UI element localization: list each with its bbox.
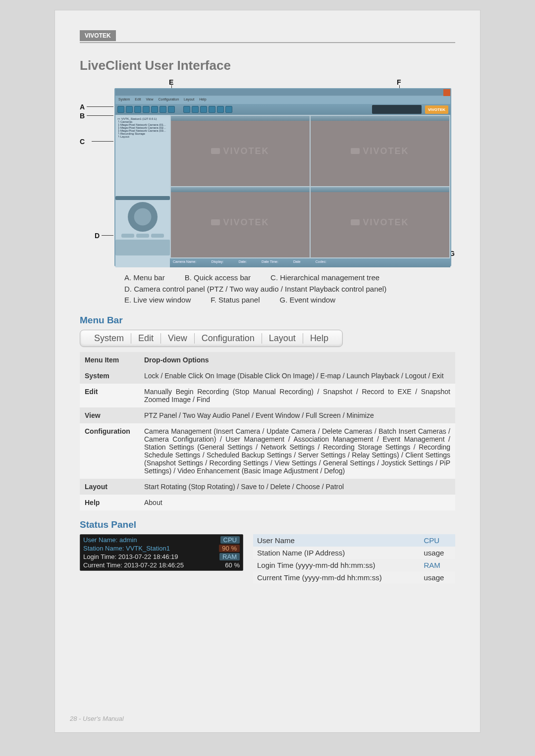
tree-item[interactable]: ▭ VVTK_Station1 (127.0.0.1)	[117, 117, 168, 120]
status-legend-row: Login Time (yyyy-mm-dd hh:mm:ss)RAM	[253, 559, 455, 571]
camera-icon	[211, 148, 220, 154]
status-legend: User NameCPU Station Name (IP Address)us…	[253, 534, 455, 584]
status-row-current: Current Time: 2013-07-22 18:46:25 60 %	[81, 561, 242, 569]
ptz-button[interactable]	[136, 234, 149, 238]
menubar: System Edit View Configuration Layout He…	[115, 96, 450, 104]
legend-b: B. Quick access bar	[185, 272, 251, 284]
video-tile[interactable]: VIVOTEK	[311, 116, 449, 186]
tree-item[interactable]: └ Layout	[117, 135, 168, 138]
footbar-item: Date Time:	[262, 260, 278, 266]
status-box: User Name: admin CPU Station Name: VVTK_…	[80, 534, 243, 571]
video-tile[interactable]: VIVOTEK	[311, 187, 449, 257]
toolbar-icon[interactable]	[117, 106, 124, 113]
legend-left: Station Name (IP Address)	[253, 547, 420, 559]
menu-view[interactable]: View	[146, 98, 153, 102]
toolbar-icon[interactable]	[225, 106, 232, 113]
strip-view[interactable]: View	[161, 333, 195, 344]
strip-configuration[interactable]: Configuration	[195, 333, 262, 344]
legend-f: F. Status panel	[211, 295, 260, 306]
cell-key: Edit	[80, 384, 139, 407]
brand-label: VIVOTEK	[80, 30, 116, 41]
toolbar-icon[interactable]	[126, 106, 133, 113]
table-row: LayoutStart Rotating (Stop Rotating) / S…	[80, 479, 455, 495]
menu-layout[interactable]: Layout	[184, 98, 194, 102]
legend-g: G. Event window	[279, 295, 335, 306]
document-page: VIVOTEK LiveClient User Interface A B C …	[54, 10, 481, 733]
diagram-label-b: B	[80, 112, 85, 120]
ptz-wheel-icon[interactable]	[128, 202, 158, 232]
titlebar	[115, 89, 450, 96]
cell-key: Layout	[80, 479, 139, 495]
cell-value: About	[139, 495, 455, 510]
toolbar-icon[interactable]	[200, 106, 207, 113]
status-legend-row: User NameCPU	[253, 534, 455, 547]
camera-icon	[351, 219, 360, 225]
strip-layout[interactable]: Layout	[262, 333, 303, 344]
footbar-item: Date:	[238, 260, 247, 266]
app-screenshot: System Edit View Configuration Layout He…	[114, 88, 451, 266]
status-current-time: Current Time: 2013-07-22 18:46:25	[83, 561, 184, 569]
status-row-login: Login Time: 2013-07-22 18:46:19 RAM	[81, 553, 242, 561]
toolbar-icon[interactable]	[217, 106, 224, 113]
legend-right: usage	[420, 547, 456, 559]
video-tile[interactable]: VIVOTEK	[171, 116, 310, 186]
legend-a: A. Menu bar	[124, 272, 165, 284]
event-window: Camera Name: Display: Date: Date Time: D…	[170, 258, 450, 267]
menubar-strip: System Edit View Configuration Layout He…	[80, 330, 343, 347]
management-tree[interactable]: ▭ VVTK_Station1 (127.0.0.1) └ Cameras ├ …	[115, 115, 170, 194]
toolbar-icon[interactable]	[143, 106, 150, 113]
toolbar-icon[interactable]	[183, 106, 190, 113]
diagram-label-d: D	[95, 232, 100, 240]
table-row: ConfigurationCamera Management (Insert C…	[80, 423, 455, 479]
table-row: EditManually Begin Recording (Stop Manua…	[80, 384, 455, 407]
table-row: HelpAbout	[80, 495, 455, 510]
menu-system[interactable]: System	[118, 98, 130, 102]
menu-help[interactable]: Help	[199, 98, 206, 102]
status-station: Station Name: VVTK_Station1	[83, 545, 170, 552]
legend-e: E. Live view window	[124, 295, 191, 306]
watermark: VIVOTEK	[211, 146, 269, 156]
strip-system[interactable]: System	[87, 333, 131, 344]
ui-diagram: A B C D E F G System Edit View Configura…	[80, 78, 456, 266]
footbar-item: Display:	[211, 260, 223, 266]
strip-help[interactable]: Help	[303, 333, 335, 344]
status-cpu-value: 90 %	[219, 545, 240, 552]
toolbar-icon[interactable]	[160, 106, 166, 113]
toolbar-icon[interactable]	[192, 106, 199, 113]
status-cpu-label: CPU	[220, 536, 240, 544]
status-username: User Name: admin	[83, 536, 137, 544]
cell-key: System	[80, 368, 139, 384]
cell-key: Configuration	[80, 423, 139, 479]
status-panel-section: User Name: admin CPU Station Name: VVTK_…	[80, 534, 455, 584]
ptz-footer	[115, 240, 170, 255]
footbar-item: Codec:	[316, 260, 326, 266]
diagram-label-a: A	[80, 103, 85, 111]
legend-right: CPU	[420, 534, 456, 547]
menu-edit[interactable]: Edit	[135, 98, 141, 102]
status-row-station: Station Name: VVTK_Station1 90 %	[81, 544, 242, 553]
camera-icon	[351, 148, 360, 154]
legend-left: User Name	[253, 534, 420, 547]
legend-left: Login Time (yyyy-mm-dd hh:mm:ss)	[253, 559, 420, 571]
ptz-button[interactable]	[151, 234, 164, 238]
cell-value: Camera Management (Insert Camera / Updat…	[139, 423, 455, 479]
toolbar-icon[interactable]	[209, 106, 215, 113]
page-footer: 28 - User's Manual	[70, 715, 124, 722]
status-login-time: Login Time: 2013-07-22 18:46:19	[83, 553, 178, 560]
toolbar-icon[interactable]	[151, 106, 158, 113]
toolbar-icon[interactable]	[168, 106, 175, 113]
cell-key: View	[80, 407, 139, 423]
ptz-button[interactable]	[121, 234, 134, 238]
watermark: VIVOTEK	[211, 217, 269, 228]
toolbar-icon[interactable]	[134, 106, 141, 113]
table-row: SystemLock / Enable Click On Image (Disa…	[80, 368, 455, 384]
quick-access-bar: VIVOTEK	[115, 104, 450, 115]
close-icon[interactable]	[443, 89, 450, 96]
ptz-panel	[115, 194, 170, 267]
status-panel	[372, 105, 422, 114]
watermark: VIVOTEK	[351, 146, 409, 156]
video-tile[interactable]: VIVOTEK	[171, 187, 310, 257]
sidebar: ▭ VVTK_Station1 (127.0.0.1) └ Cameras ├ …	[115, 115, 170, 267]
strip-edit[interactable]: Edit	[131, 333, 161, 344]
menu-configuration[interactable]: Configuration	[158, 98, 179, 102]
